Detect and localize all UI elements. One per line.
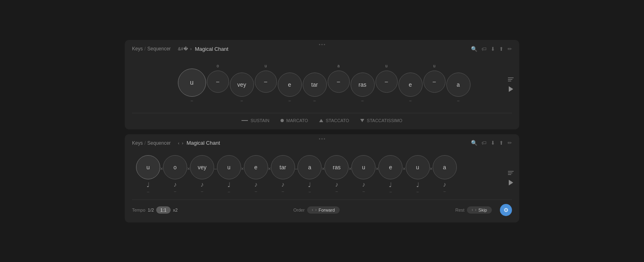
breadcrumb-sequencer-2[interactable]: Sequencer <box>147 140 171 146</box>
key-circle-p2-0[interactable]: u <box>136 155 160 179</box>
conn-p2-9: × <box>402 166 405 172</box>
key-circle-p2-9[interactable]: e <box>378 155 402 179</box>
art-sustain[interactable]: SUSTAIN <box>242 118 269 123</box>
key-circle-p2-3[interactable]: u <box>217 155 241 179</box>
play-icon-1[interactable] <box>509 86 513 92</box>
key-circle-7[interactable]: ras <box>351 73 375 97</box>
note-dash-p2-4: – <box>255 189 257 193</box>
bars-icon-1[interactable] <box>508 77 514 81</box>
breadcrumb-sequencer[interactable]: Sequencer <box>147 46 171 52</box>
tag-icon-2[interactable]: 🏷 <box>481 140 487 146</box>
share-icon-2[interactable]: ⬆ <box>499 140 504 146</box>
key-circle-5[interactable]: tar <box>303 73 327 97</box>
art-marcato[interactable]: MARCATO <box>281 118 308 123</box>
search-icon[interactable]: 🔍 <box>471 46 477 52</box>
key-circle-p2-11[interactable]: a <box>433 155 457 179</box>
key-col-0: u – <box>178 61 206 103</box>
tempo-val-half[interactable]: 1/2 <box>148 208 154 212</box>
key-col-9: e – <box>398 65 423 103</box>
panel-1: Keys / Sequencer &#� › Magical Chant 🔍 🏷… <box>125 40 519 129</box>
rest-next-arrow[interactable]: › <box>475 208 476 212</box>
rest-prev-arrow[interactable]: ‹ <box>472 208 473 212</box>
key-circle-6[interactable]: – <box>328 71 350 93</box>
edit-icon[interactable]: ✏ <box>508 46 512 52</box>
tag-icon[interactable]: 🏷 <box>481 46 487 52</box>
tempo-val-1-1[interactable]: 1:1 <box>156 206 170 214</box>
order-next-arrow[interactable]: › <box>315 208 316 212</box>
key-col-11: a – <box>446 65 471 103</box>
key-circle-11[interactable]: a <box>446 73 471 97</box>
dot <box>324 138 325 139</box>
dot <box>319 138 320 139</box>
staccatissimo-label: STACCATISSIMO <box>367 118 402 123</box>
key-circle-p2-8[interactable]: u <box>351 155 376 179</box>
key-circle-p2-1[interactable]: o <box>163 155 187 179</box>
key-circle-p2-7[interactable]: ras <box>324 155 349 179</box>
note-dash-p2-7: – <box>336 189 338 193</box>
dot <box>319 44 320 45</box>
key-top-6: a <box>337 63 340 69</box>
search-icon-2[interactable]: 🔍 <box>471 140 477 146</box>
breadcrumb-1: Keys / Sequencer <box>132 46 171 52</box>
keys-container-1: u – o – vey – u – <box>178 61 471 103</box>
note-dash-p2-10: – <box>417 189 419 194</box>
key-col-5: tar – <box>303 65 327 103</box>
key-bottom-11: – <box>457 98 460 103</box>
key-col-6: a – <box>328 63 350 99</box>
key-col-8: u – <box>376 63 398 99</box>
order-pill[interactable]: ‹ › Forward <box>307 206 340 214</box>
order-prev-arrow[interactable]: ‹ <box>312 208 313 212</box>
conn-p2-3: × <box>241 166 244 172</box>
key-bottom-2: – <box>241 98 243 103</box>
main-wrapper: Keys / Sequencer &#� › Magical Chant 🔍 🏷… <box>125 40 519 222</box>
panel-dots-1 <box>319 44 325 45</box>
header-icons-1: 🔍 🏷 ⬇ ⬆ ✏ <box>471 46 512 52</box>
nav-prev-2[interactable]: ‹ <box>177 140 180 146</box>
key-circle-p2-10[interactable]: u <box>406 155 430 179</box>
key-circle-1[interactable]: – <box>207 71 229 93</box>
key-group-p2-9: e ♩ – <box>378 155 402 194</box>
tempo-label: Tempo <box>132 208 145 212</box>
key-circle-p2-4[interactable]: e <box>244 155 268 179</box>
bars-icon-2[interactable] <box>508 171 514 175</box>
key-circle-0[interactable]: u <box>178 69 206 97</box>
key-circle-3[interactable]: – <box>255 71 277 93</box>
play-icon-2[interactable] <box>509 180 513 185</box>
nav-arrows-2: ‹ › <box>177 140 184 146</box>
share-icon[interactable]: ⬆ <box>499 46 504 52</box>
patch-name-2: Magical Chant <box>186 140 220 146</box>
key-col-3: u – <box>255 63 277 99</box>
edit-icon-2[interactable]: ✏ <box>508 140 512 146</box>
tempo-group: Tempo 1/2 1:1 x2 <box>132 206 178 214</box>
breadcrumb-keys[interactable]: Keys <box>132 46 143 52</box>
keys-area-1: u – o – vey – u – <box>132 58 512 106</box>
key-col-2: vey – <box>230 65 254 103</box>
key-circle-p2-5[interactable]: tar <box>271 155 295 179</box>
key-circle-9[interactable]: e <box>398 73 423 97</box>
art-staccatissimo[interactable]: STACCATISSIMO <box>360 118 402 123</box>
key-top-1: o <box>217 63 219 69</box>
art-staccato[interactable]: STACCATO <box>319 118 349 123</box>
note-p2-8: ♪ <box>362 181 365 188</box>
download-icon[interactable]: ⬇ <box>491 46 495 52</box>
nav-prev-1[interactable]: &#� <box>177 46 188 52</box>
key-group-p2-11: a ♪ – <box>433 155 457 193</box>
key-circle-2[interactable]: vey <box>230 73 254 97</box>
download-icon-2[interactable]: ⬇ <box>491 140 495 146</box>
key-circle-8[interactable]: – <box>376 71 398 93</box>
note-dash-p2-8: – <box>363 189 365 193</box>
rest-pill[interactable]: ‹ › Skip <box>467 206 492 214</box>
key-circle-4[interactable]: e <box>278 73 302 97</box>
key-circle-p2-6[interactable]: a <box>297 155 322 179</box>
key-circle-p2-2[interactable]: vey <box>190 155 214 179</box>
key-circle-10[interactable]: – <box>423 71 446 93</box>
panel-dots-2 <box>319 138 325 139</box>
nav-next-1[interactable]: › <box>190 46 193 52</box>
nav-next-2[interactable]: › <box>181 140 184 146</box>
settings-gear[interactable]: ⚙ <box>500 204 512 216</box>
note-p2-0: ♩ <box>147 181 150 189</box>
key-top-3: u <box>264 63 267 69</box>
tempo-val-x2[interactable]: x2 <box>173 208 178 212</box>
key-group-p2-8: u ♪ – <box>351 155 376 193</box>
breadcrumb-keys-2[interactable]: Keys <box>132 140 143 146</box>
